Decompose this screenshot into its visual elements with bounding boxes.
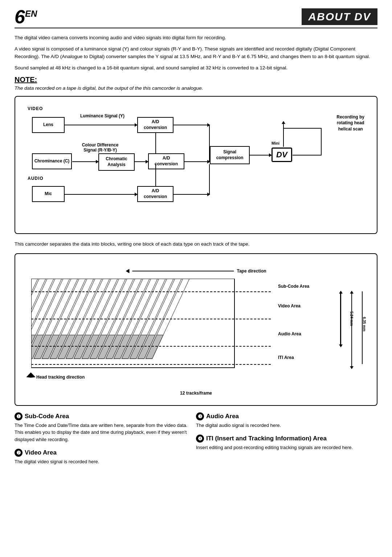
item-audio-area-title: ❸ Audio Area <box>196 412 377 420</box>
audio-section-label: AUDIO <box>28 176 44 181</box>
dv-label: DV <box>276 150 287 160</box>
iti-area-dashed-line <box>31 364 271 365</box>
signal-diagram: VIDEO AUDIO Lens Chrominance (C) Mic Lum… <box>24 103 368 227</box>
down-arrow-dim2 <box>350 366 354 369</box>
head-tracking-arrow-icon <box>26 372 35 382</box>
head-tracking-container: Head tracking direction <box>28 374 85 380</box>
audio-area-label: Audio Area <box>278 331 301 336</box>
signal-diagram-box: VIDEO AUDIO Lens Chrominance (C) Mic Lum… <box>15 96 377 234</box>
ad3-up-line <box>155 164 156 187</box>
right-top-h-line <box>283 128 322 129</box>
down-arrow-dim1 <box>339 344 343 347</box>
v-connector2 <box>209 164 210 195</box>
item-sub-code-body: The Time Code and Date/Time data are wri… <box>15 422 189 443</box>
dv-to-recording-arrow <box>283 121 284 147</box>
dv-right-line <box>293 155 322 156</box>
right-v-line <box>321 128 322 156</box>
ad2-box: A/Dconversion <box>148 153 184 169</box>
item-iti-area: ❹ ITI (Insert and Tracking Information) … <box>196 435 377 451</box>
page-header: 6EN ABOUT DV <box>15 7 377 28</box>
colour-diff-label: Colour DifferenceSignal (R-Y/B-Y) <box>77 142 124 153</box>
up-arrow-dim1 <box>339 291 343 294</box>
chrominance-box: Chrominance (C) <box>32 153 72 169</box>
signal-compression-box: Signal compression <box>210 146 250 164</box>
dim2-v-line <box>351 294 352 366</box>
video-area-dashed-line <box>31 319 271 319</box>
luminance-signal-label: Luminance Signal (Y) <box>80 113 124 118</box>
ad3-to-compress-arrow <box>173 194 210 195</box>
tape-diagram-box: Tape direction <box>15 253 377 406</box>
dim1-arrows <box>339 291 343 347</box>
tape-diagram: Tape direction <box>24 261 368 399</box>
chrom-to-chromatic-arrow <box>72 161 98 162</box>
tape-direction-container: Tape direction <box>126 269 266 274</box>
tracks-label: 12 tracks/frame <box>180 391 212 396</box>
ad1-to-compress-arrow <box>173 125 210 125</box>
item-sub-code-title: ❶ Sub-Code Area <box>15 412 189 420</box>
dim2-arrows <box>350 291 354 369</box>
tape-tracks-svg <box>31 279 264 377</box>
item-iti-area-body: Insert editing and post-recording editin… <box>196 444 377 451</box>
h-small <box>155 186 156 187</box>
item-video-area-body: The digital video signal is recorded her… <box>15 458 189 465</box>
chromatic-analysis-box: Chromatic Analysis <box>98 153 135 171</box>
video-section-label: VIDEO <box>28 106 43 111</box>
sub-code-dashed-line <box>31 291 271 292</box>
dim1-v-line <box>340 294 341 344</box>
page-number: 6EN <box>15 7 37 26</box>
left-col: ❶ Sub-Code Area The Time Code and Date/T… <box>15 412 196 471</box>
item-video-area-title: ❷ Video Area <box>15 449 189 457</box>
item-audio-area: ❸ Audio Area The digital audio signal is… <box>196 412 377 429</box>
lens-box: Lens <box>32 117 65 133</box>
numbered-sections: ❶ Sub-Code Area The Time Code and Date/T… <box>15 412 377 471</box>
note-header: NOTE: <box>15 76 377 84</box>
note-text: The data recorded on a tape is digital, … <box>15 85 377 91</box>
intro-para-2: A video signal is composed of a luminanc… <box>15 45 377 61</box>
video-area-label: Video Area <box>278 303 301 308</box>
right-col: ❸ Audio Area The digital audio signal is… <box>196 412 377 471</box>
up-arrow-dim2 <box>350 291 354 294</box>
item-4-circle: ❹ <box>196 435 204 443</box>
item-2-circle: ❷ <box>15 449 23 457</box>
intro-para-1: The digital video camera converts incomi… <box>15 34 377 42</box>
section-title: ABOUT DV <box>302 8 377 25</box>
item-1-circle: ❶ <box>15 412 23 420</box>
ad1-box: A/Dconversion <box>137 117 173 133</box>
dim2-label: 6.35 mm <box>362 317 366 331</box>
tape-direction-arrow-icon <box>126 269 129 273</box>
tape-direction-line <box>132 271 234 271</box>
head-tracking-label: Head tracking direction <box>36 375 85 380</box>
audio-area-dashed-line <box>31 346 271 347</box>
dv-logo-container: Mini DV <box>271 148 292 162</box>
recording-label: Recording byrotating headhelical scan <box>336 114 364 132</box>
item-video-area: ❷ Video Area The digital video signal is… <box>15 449 189 465</box>
item-sub-code: ❶ Sub-Code Area The Time Code and Date/T… <box>15 412 189 443</box>
ad3-box: A/Dconversion <box>137 186 173 202</box>
ad2-to-compress-arrow <box>184 161 210 162</box>
tape-direction-label: Tape direction <box>237 269 266 274</box>
mini-label: Mini <box>271 141 279 145</box>
intro-para-3: Sound sampled at 48 kHz is changed to a … <box>15 64 377 72</box>
iti-area-label: ITI Area <box>278 355 294 360</box>
item-3-circle: ❸ <box>196 412 204 420</box>
ad1-down-line <box>155 133 156 153</box>
item-iti-area-title: ❹ ITI (Insert and Tracking Information) … <box>196 435 377 443</box>
item-audio-area-body: The digital audio signal is recorded her… <box>196 422 377 429</box>
compress-to-dv-arrow <box>250 155 271 156</box>
mic-to-ad3-arrow <box>65 194 137 195</box>
sub-code-area-label: Sub-Code Area <box>278 284 309 289</box>
lens-to-ad1-arrow <box>65 125 137 125</box>
tape-section-text: This camcorder separates the data into b… <box>15 241 377 248</box>
mic-box: Mic <box>32 186 65 202</box>
